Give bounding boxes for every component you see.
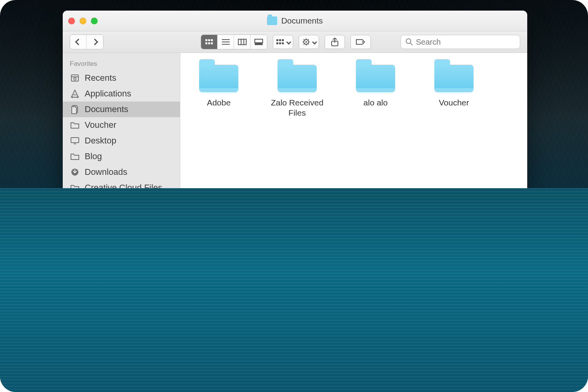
- sidebar-icloud-item-icloud-drive[interactable]: iCloud Drive: [63, 209, 180, 225]
- svg-rect-1: [208, 39, 210, 41]
- dock-app-photos[interactable]: [297, 359, 324, 387]
- dock-app-reminders[interactable]: [396, 359, 423, 387]
- nav-buttons: [70, 34, 103, 49]
- sidebar-favorites-item-downloads[interactable]: Downloads: [63, 164, 180, 180]
- sidebar-item-label: Desktop: [85, 136, 116, 146]
- dock-app-maps[interactable]: [264, 359, 291, 387]
- share-button[interactable]: [325, 35, 345, 49]
- folder-icon: [278, 65, 317, 92]
- folder-item-voucher[interactable]: Voucher: [426, 65, 481, 118]
- toolbar: [63, 31, 527, 53]
- svg-rect-14: [257, 44, 258, 45]
- sidebar-locations-item-hey-data[interactable]: Hey - DATA: [63, 238, 180, 254]
- list-view-button[interactable]: [218, 35, 234, 49]
- svg-rect-2: [211, 39, 213, 41]
- dock-app-contacts[interactable]: [330, 359, 357, 387]
- clock-icon: [70, 73, 80, 83]
- svg-rect-15: [259, 44, 260, 45]
- svg-rect-18: [279, 39, 281, 41]
- eject-icon[interactable]: [167, 256, 173, 267]
- dock-tooltip: Finder: [165, 298, 204, 316]
- chevron-left-icon: [75, 39, 82, 45]
- sidebar-favorites-item-recents[interactable]: Recents: [63, 70, 180, 86]
- list-view-icon: [221, 39, 230, 45]
- forward-button[interactable]: [87, 35, 103, 49]
- sidebar-item-label: Applications: [85, 89, 131, 99]
- folder-item-alo-alo[interactable]: alo alo: [348, 65, 403, 118]
- icon-view-button[interactable]: [201, 35, 218, 49]
- svg-point-41: [76, 96, 78, 98]
- sidebar-favorites-item-blog[interactable]: Blog: [63, 149, 180, 164]
- window-controls: [68, 18, 98, 24]
- dock-app-google-chrome[interactable]: [132, 359, 160, 387]
- content-area[interactable]: AdobeZalo Received Filesalo aloVoucher: [180, 53, 527, 305]
- icloud-title: iCloud: [63, 196, 180, 209]
- chevron-down-icon: [312, 40, 317, 45]
- close-button[interactable]: [68, 18, 75, 24]
- group-icon: [276, 39, 285, 45]
- folder-icon: [70, 183, 80, 192]
- folder-icon: [70, 152, 80, 161]
- search-icon: [406, 38, 413, 45]
- sidebar-favorites-item-documents[interactable]: Documents: [63, 102, 180, 117]
- svg-rect-0: [205, 39, 207, 41]
- svg-point-35: [406, 39, 411, 44]
- calendar-month: JUL: [363, 359, 390, 367]
- svg-rect-47: [73, 247, 77, 248]
- window-title: Documents: [267, 16, 323, 25]
- svg-line-36: [410, 43, 412, 45]
- sidebar-item-label: Hey - DATA: [85, 241, 129, 251]
- search-input[interactable]: [416, 38, 515, 47]
- apps-icon: [70, 89, 80, 98]
- sidebar-item-label: Apple's AirPort…: [85, 256, 150, 267]
- dock: JUL17♫tv: [25, 354, 563, 392]
- view-buttons: [201, 34, 267, 49]
- svg-rect-43: [71, 138, 79, 143]
- sidebar-favorites-item-voucher[interactable]: Voucher: [63, 117, 180, 133]
- group-by-button[interactable]: [273, 35, 293, 49]
- dock-app-music[interactable]: ♫: [461, 359, 489, 387]
- folder-icon: [434, 65, 474, 92]
- dock-app-podcasts[interactable]: [494, 359, 522, 387]
- svg-rect-49: [167, 262, 172, 263]
- folder-item-zalo-received-files[interactable]: Zalo Received Files: [270, 65, 325, 118]
- dock-app-notes[interactable]: [428, 359, 456, 387]
- svg-rect-45: [72, 243, 78, 249]
- cloud-icon: [70, 212, 80, 221]
- tags-button[interactable]: [350, 35, 371, 49]
- svg-point-24: [305, 41, 307, 43]
- column-view-icon: [238, 39, 247, 45]
- dock-app-messages[interactable]: [231, 359, 258, 387]
- dock-app-launchpad[interactable]: [66, 359, 94, 387]
- search-field[interactable]: [401, 35, 520, 49]
- svg-rect-17: [276, 39, 278, 41]
- tag-icon: [356, 38, 366, 45]
- dock-app-mail[interactable]: [165, 359, 192, 387]
- sidebar-locations-item-apple-s-airport-[interactable]: Apple's AirPort…: [63, 254, 180, 269]
- sidebar-favorites-item-desktop[interactable]: Desktop: [63, 133, 180, 149]
- svg-rect-48: [73, 258, 77, 265]
- sidebar-favorites-item-applications[interactable]: Applications: [63, 86, 180, 102]
- dock-app-facetime[interactable]: [198, 359, 225, 387]
- sidebar-item-label: Downloads: [85, 167, 127, 177]
- dock-app-finder[interactable]: [96, 370, 123, 392]
- gallery-view-button[interactable]: [250, 35, 267, 49]
- action-button[interactable]: [299, 35, 319, 49]
- folder-item-adobe[interactable]: Adobe: [191, 65, 246, 118]
- dock-app-safari[interactable]: [99, 359, 127, 387]
- svg-point-51: [341, 368, 346, 374]
- finder-window: Documents: [63, 11, 527, 305]
- titlebar[interactable]: Documents: [63, 11, 527, 31]
- sidebar-item-label: Voucher: [85, 120, 116, 130]
- window-title-text: Documents: [281, 16, 323, 25]
- column-view-button[interactable]: [234, 35, 250, 49]
- minimize-button[interactable]: [80, 18, 86, 24]
- dock-app-calendar[interactable]: JUL17: [363, 359, 390, 387]
- fullscreen-button[interactable]: [91, 18, 98, 24]
- icon-view-icon: [205, 39, 214, 45]
- folder-icon: [70, 120, 80, 130]
- sidebar-favorites-item-creative-cloud-files[interactable]: Creative Cloud Files: [63, 180, 180, 196]
- svg-line-31: [308, 40, 309, 40]
- back-button[interactable]: [70, 35, 87, 49]
- dock-app-tv[interactable]: tv: [527, 359, 555, 387]
